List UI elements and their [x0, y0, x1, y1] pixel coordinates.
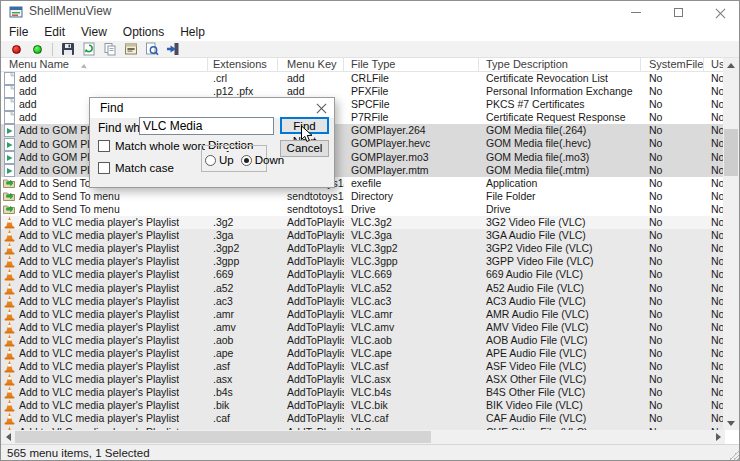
- horizontal-scrollbar-thumb[interactable]: [15, 431, 431, 443]
- table-row[interactable]: Add to VLC media player's Playlist.cafAd…: [1, 412, 725, 425]
- file-type-cell: VLC.3gpp: [344, 255, 479, 268]
- minimize-button[interactable]: [615, 1, 657, 23]
- menu-name-cell: Add to VLC media player's Playlist: [1, 321, 208, 334]
- user-cell: No: [704, 282, 725, 295]
- column-header-file-type[interactable]: File Type: [344, 58, 479, 72]
- table-row[interactable]: Add to VLC media player's Playlist.3gp2A…: [1, 242, 725, 255]
- menu-item-help[interactable]: Help: [172, 23, 213, 41]
- sys-cell: No: [641, 255, 704, 268]
- disable-item-button[interactable]: [6, 41, 27, 57]
- table-row[interactable]: Add to VLC media player's Playlist.a52Ad…: [1, 282, 725, 295]
- checkbox-match-case[interactable]: Match case: [98, 162, 174, 174]
- file-type-cell: GOMPlayer.264: [344, 124, 479, 137]
- table-row[interactable]: Add to VLC media player's Playlist.asfAd…: [1, 360, 725, 373]
- sys-cell: No: [641, 386, 704, 399]
- file-type-cell: VLC.a52: [344, 282, 479, 295]
- vlc-icon: [3, 229, 15, 242]
- sys-cell: No: [641, 373, 704, 386]
- column-header-menu-key[interactable]: Menu Key: [278, 58, 344, 72]
- status-text: 565 menu items, 1 Selected: [7, 447, 150, 459]
- vlc-icon: [3, 216, 15, 229]
- shellmenuview-window: ShellMenuView FileEditViewOptionsHelp: [0, 0, 740, 461]
- menu-name-cell: Add to VLC media player's Playlist: [1, 229, 208, 242]
- vertical-scrollbar[interactable]: [723, 58, 739, 430]
- column-header-extensions[interactable]: Extensions: [208, 58, 278, 72]
- user-cell: No: [704, 308, 725, 321]
- table-row[interactable]: Add to VLC media player's Playlist.amvAd…: [1, 321, 725, 334]
- resize-grip-icon[interactable]: [729, 450, 739, 460]
- sys-cell: No: [641, 360, 704, 373]
- exit-button[interactable]: [162, 41, 183, 57]
- scroll-right-button[interactable]: [711, 430, 725, 444]
- sys-cell: No: [641, 164, 704, 177]
- table-row[interactable]: add.crladdCRLFileCertificate Revocation …: [1, 72, 725, 85]
- file-type-cell: exefile: [344, 177, 479, 190]
- find-button[interactable]: [141, 41, 162, 57]
- type-desc-cell: 3GP2 Video File (VLC): [479, 242, 641, 255]
- menu-name-label: add: [19, 72, 37, 85]
- table-row[interactable]: Add to VLC media player's Playlist.aobAd…: [1, 334, 725, 347]
- table-row[interactable]: Add to VLC media player's Playlist.669Ad…: [1, 268, 725, 281]
- menu-name-cell: Add to Send To menu: [1, 190, 208, 203]
- find-dialog-close-button[interactable]: [316, 102, 328, 114]
- table-row[interactable]: Add to VLC media player's Playlist.bikAd…: [1, 399, 725, 412]
- menu-item-file[interactable]: File: [1, 23, 36, 41]
- table-row[interactable]: Add to Send To menusendtotoys1addDirecto…: [1, 190, 725, 203]
- key-cell: AddToPlaylistV...: [278, 360, 344, 373]
- type-desc-cell: ASF Video File (VLC): [479, 360, 641, 373]
- refresh-button[interactable]: [78, 41, 99, 57]
- table-row[interactable]: Add to VLC media player's Playlist.3g2Ad…: [1, 216, 725, 229]
- column-header-type-description[interactable]: Type Description: [479, 58, 641, 72]
- key-cell: AddToPlaylistV...: [278, 399, 344, 412]
- user-cell: No: [704, 203, 725, 216]
- table-row[interactable]: Add to VLC media player's Playlist.ac3Ad…: [1, 295, 725, 308]
- scroll-down-button[interactable]: [723, 416, 739, 430]
- save-icon: [61, 42, 75, 56]
- ext-cell: .b4s: [208, 386, 278, 399]
- sys-cell: No: [641, 98, 704, 111]
- type-desc-cell: GOM Media file(.mtm): [479, 164, 641, 177]
- column-header-menu-name[interactable]: Menu Name: [1, 58, 208, 72]
- key-cell: AddToPlaylistV...: [278, 308, 344, 321]
- table-row[interactable]: Add to VLC media player's Playlist.apeAd…: [1, 347, 725, 360]
- radio-up[interactable]: Up: [205, 154, 234, 166]
- table-row[interactable]: Add to VLC media player's Playlist.amrAd…: [1, 308, 725, 321]
- sendto-icon: [3, 203, 15, 216]
- ext-cell: .bik: [208, 399, 278, 412]
- scroll-up-button[interactable]: [723, 58, 739, 72]
- menu-item-view[interactable]: View: [73, 23, 115, 41]
- file-type-cell: GOMPlayer.hevc: [344, 137, 479, 150]
- vlc-icon: [3, 321, 15, 334]
- table-row[interactable]: Add to VLC media player's Playlist.b4sAd…: [1, 386, 725, 399]
- menu-name-label: Add to VLC media player's Playlist: [19, 373, 179, 386]
- horizontal-scrollbar[interactable]: [1, 430, 725, 444]
- title-bar[interactable]: ShellMenuView: [1, 1, 740, 23]
- menu-item-edit[interactable]: Edit: [36, 23, 73, 41]
- sys-cell: No: [641, 242, 704, 255]
- sys-cell: No: [641, 151, 704, 164]
- vertical-scrollbar-thumb[interactable]: [724, 129, 738, 176]
- find-dialog-title-bar[interactable]: Find: [90, 98, 334, 118]
- scroll-left-button[interactable]: [1, 430, 15, 444]
- radio-down[interactable]: Down: [241, 154, 284, 166]
- menu-item-options[interactable]: Options: [115, 23, 172, 41]
- copy-button[interactable]: [99, 41, 120, 57]
- menu-name-label: Add to VLC media player's Playlist: [19, 321, 179, 334]
- table-row[interactable]: Add to VLC media player's Playlist.3gaAd…: [1, 229, 725, 242]
- maximize-button[interactable]: [657, 1, 699, 23]
- table-row[interactable]: Add to VLC media player's Playlist.asxAd…: [1, 373, 725, 386]
- save-button[interactable]: [57, 41, 78, 57]
- exit-icon: [166, 42, 180, 56]
- file-type-cell: VLC.bik: [344, 399, 479, 412]
- enable-item-button[interactable]: [27, 41, 48, 57]
- user-cell: No: [704, 255, 725, 268]
- column-header-systemfileass-[interactable]: SystemFileAss...: [641, 58, 704, 72]
- close-button[interactable]: [699, 1, 740, 23]
- table-row[interactable]: Add to Send To menusendtotoys1addDriveDr…: [1, 203, 725, 216]
- find-what-input[interactable]: [139, 117, 274, 135]
- properties-button[interactable]: [120, 41, 141, 57]
- column-header-user[interactable]: User: [704, 58, 725, 72]
- table-row[interactable]: Add to VLC media player's Playlist.3gppA…: [1, 255, 725, 268]
- menu-name-cell: Add to VLC media player's Playlist: [1, 373, 208, 386]
- column-header-label: Menu Name: [9, 58, 69, 70]
